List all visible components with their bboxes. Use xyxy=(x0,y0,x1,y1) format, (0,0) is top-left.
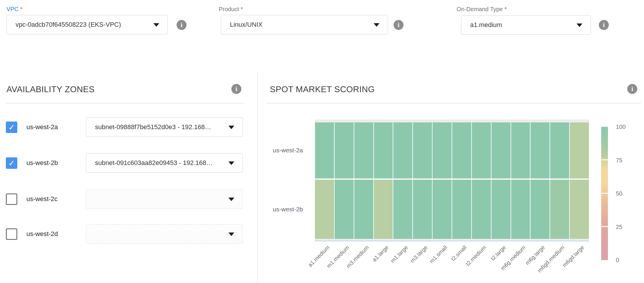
on-demand-required-asterisk: * xyxy=(504,6,507,12)
subnet-select-us-west-2d[interactable] xyxy=(86,224,243,244)
heatmap-col-label: m1.large xyxy=(389,244,409,264)
vpc-required-asterisk: * xyxy=(20,6,23,12)
heatmap-col-label: m3.large xyxy=(409,244,429,264)
colorbar-tick-label: 100 xyxy=(616,124,626,130)
az-zone-label: us-west-2c xyxy=(26,189,57,209)
subnet-select-us-west-2b[interactable]: subnet-091c603aa82e09453 - 192.168… xyxy=(86,153,243,173)
chevron-down-icon xyxy=(228,161,234,165)
heatmap-top-edge xyxy=(315,119,589,122)
chevron-down-icon xyxy=(228,126,234,129)
spot-market-scoring-divider xyxy=(266,103,641,103)
heatmap-cell xyxy=(393,180,412,239)
product-required-asterisk: * xyxy=(241,6,243,12)
product-select-value: Linux/UNIX xyxy=(230,15,262,34)
heatmap-cell xyxy=(315,122,334,178)
heatmap-cell xyxy=(354,122,373,178)
subnet-select-value: subnet-09888f7be5152d0e3 - 192.168… xyxy=(95,118,211,137)
spot-configuration-page: VPC * vpc-0adcb70f645508223 (EKS-VPC) Pr… xyxy=(0,0,644,283)
product-label-text: Product xyxy=(219,6,239,12)
availability-zones-divider xyxy=(6,103,245,103)
product-info-icon[interactable] xyxy=(394,20,404,30)
heatmap-cell xyxy=(511,122,530,178)
heatmap-cell xyxy=(511,180,530,239)
heatmap-cell xyxy=(550,122,569,178)
heatmap-bottom-edge xyxy=(315,240,589,242)
vpc-select[interactable]: vpc-0adcb70f645508223 (EKS-VPC) xyxy=(6,15,168,34)
spot-market-scoring-title: SPOT MARKET SCORING xyxy=(270,85,375,94)
az-zone-label: us-west-2d xyxy=(26,224,58,244)
checkbox-us-west-2b[interactable] xyxy=(6,157,17,169)
heatmap-cell xyxy=(472,180,491,239)
subnet-select-value: subnet-091c603aa82e09453 - 192.168… xyxy=(95,154,213,172)
heatmap-col-label: a1.large xyxy=(371,244,390,263)
heatmap-cell xyxy=(354,180,373,239)
heatmap-cell xyxy=(531,180,550,239)
chevron-down-icon xyxy=(153,23,159,27)
heatmap-cell xyxy=(393,122,412,178)
colorbar-separator xyxy=(601,159,608,160)
heatmap-grid xyxy=(315,122,589,239)
heatmap-row-label: us-west-2b xyxy=(256,206,303,213)
vpc-info-icon[interactable] xyxy=(177,20,187,30)
on-demand-type-info-icon[interactable] xyxy=(599,20,609,30)
colorbar-tick-label: 25 xyxy=(616,223,622,230)
heatmap-col-label: t2.small xyxy=(450,244,468,262)
on-demand-type-label-text: On-Demand Type xyxy=(457,6,503,12)
subnet-select-us-west-2a[interactable]: subnet-09888f7be5152d0e3 - 192.168… xyxy=(86,117,243,137)
on-demand-type-select[interactable]: a1.medium xyxy=(461,15,591,35)
heatmap-cell xyxy=(492,180,511,239)
vpc-label-text: VPC xyxy=(6,6,18,12)
spot-market-scoring-info-icon[interactable] xyxy=(627,84,637,94)
availability-zones-info-icon[interactable] xyxy=(231,84,241,94)
az-row-us-west-2b: us-west-2b subnet-091c603aa82e09453 - 19… xyxy=(0,153,257,173)
heatmap-col-label: t2.medium xyxy=(465,244,487,267)
availability-zones-title: AVAILABILITY ZONES xyxy=(6,85,95,94)
heatmap-cell xyxy=(413,180,432,239)
chevron-down-icon xyxy=(228,233,234,236)
colorbar-tick-label: 50 xyxy=(616,190,622,197)
heatmap-cell xyxy=(374,180,393,239)
on-demand-type-label: On-Demand Type * xyxy=(457,6,507,13)
heatmap-colorbar xyxy=(601,127,608,260)
product-select[interactable]: Linux/UNIX xyxy=(221,15,388,34)
heatmap-cell xyxy=(413,122,432,178)
heatmap-cell xyxy=(492,122,511,178)
heatmap-cell xyxy=(570,122,589,178)
az-zone-label: us-west-2a xyxy=(26,117,58,137)
heatmap-col-label: t2.large xyxy=(489,244,507,262)
heatmap-row-label: us-west-2a xyxy=(256,147,303,154)
checkbox-us-west-2c[interactable] xyxy=(6,193,17,205)
heatmap-cell xyxy=(335,122,354,178)
heatmap-cell xyxy=(550,180,569,239)
checkbox-us-west-2a[interactable] xyxy=(6,122,17,133)
colorbar-separator xyxy=(601,226,608,227)
heatmap-cell xyxy=(452,122,471,178)
az-row-us-west-2c: us-west-2c xyxy=(0,189,257,209)
az-zone-label: us-west-2b xyxy=(26,153,58,173)
az-row-us-west-2d: us-west-2d xyxy=(0,224,257,244)
heatmap-cell xyxy=(315,180,334,239)
chevron-down-icon xyxy=(577,23,582,27)
heatmap-cell xyxy=(374,122,393,178)
colorbar-tick-label: 75 xyxy=(616,157,622,164)
heatmap-cell xyxy=(433,180,452,239)
colorbar-separator xyxy=(601,193,608,194)
vpc-label: VPC * xyxy=(6,6,22,13)
chevron-down-icon xyxy=(228,198,234,201)
heatmap-cell xyxy=(335,180,354,239)
section-separator xyxy=(257,72,258,283)
heatmap-cell xyxy=(570,180,589,239)
heatmap-cell xyxy=(452,180,471,239)
vpc-select-value: vpc-0adcb70f645508223 (EKS-VPC) xyxy=(16,15,121,34)
chevron-down-icon xyxy=(374,23,379,27)
checkbox-us-west-2d[interactable] xyxy=(6,228,17,240)
product-label: Product * xyxy=(219,6,243,13)
az-row-us-west-2a: us-west-2a subnet-09888f7be5152d0e3 - 19… xyxy=(0,117,257,137)
on-demand-type-select-value: a1.medium xyxy=(470,16,502,34)
heatmap-cell xyxy=(472,122,491,178)
heatmap-cell xyxy=(433,122,452,178)
heatmap-cell xyxy=(531,122,550,178)
colorbar-tick-label: 0 xyxy=(616,257,619,264)
subnet-select-us-west-2c[interactable] xyxy=(86,189,243,209)
heatmap-col-label: m1.small xyxy=(428,244,448,265)
